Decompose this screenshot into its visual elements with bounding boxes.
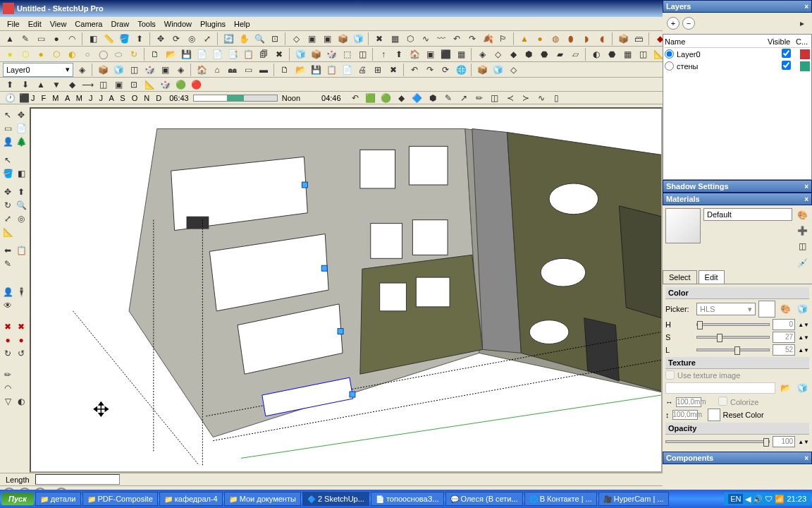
x1-icon[interactable]: ↶ [407,63,422,77]
tray-icon[interactable]: ◀ [745,495,751,504]
lt14-icon[interactable]: 🔍 [15,199,27,212]
scale-tool-icon[interactable]: ⤢ [200,32,214,46]
t4-7-icon[interactable]: ◫ [96,78,110,92]
curve2-icon[interactable]: 〰 [434,32,448,46]
doc4-icon[interactable]: 📋 [241,47,255,61]
box-icon[interactable]: 📦 [616,32,630,46]
picker1-icon[interactable]: 🎨 [778,302,792,316]
lt4-icon[interactable]: 📄 [15,122,27,135]
shadow-panel-title[interactable]: Shadow Settings× [663,180,812,193]
x3-icon[interactable]: ⟳ [438,63,453,77]
cube1-icon[interactable]: 🧊 [293,47,307,61]
lt20-icon[interactable]: 📋 [15,244,27,257]
layer-menu-icon[interactable]: ▸ [795,16,809,30]
component-icon[interactable]: 📦 [336,32,350,46]
arc-tool-icon[interactable]: ◠ [65,32,79,46]
menu-help[interactable]: Help [230,18,254,30]
file8-icon[interactable]: ✖ [386,63,400,77]
lt26-icon[interactable] [15,299,27,312]
lt30-icon[interactable]: ● [15,334,27,346]
t4-13-icon[interactable]: 🔴 [189,78,203,92]
cube5-icon[interactable]: ◫ [355,47,369,61]
shape4-icon[interactable]: ⬡ [49,47,63,61]
rotate-tool-icon[interactable]: ⟳ [169,32,183,46]
save-icon[interactable]: 💾 [179,47,193,61]
paint-tool-icon[interactable]: 🪣 [117,32,131,46]
t4-2-icon[interactable]: ⬇ [18,78,32,92]
render3-icon[interactable]: ▦ [620,47,634,61]
lt16-icon[interactable]: ◎ [15,212,27,225]
dome2-icon[interactable]: ◖ [595,32,609,46]
t4-9-icon[interactable]: ⊡ [127,78,141,92]
lt24-icon[interactable]: 🕴 [15,286,27,298]
t5-2-icon[interactable]: 🟩 [364,91,378,105]
lt32-icon[interactable]: ↺ [15,347,27,360]
t5-9-icon[interactable]: ✏ [472,91,486,105]
s-value[interactable]: 27 [773,332,795,343]
layer-mgr-icon[interactable]: ◈ [75,63,89,77]
t4-11-icon[interactable]: 🎲 [158,78,172,92]
house1-icon[interactable]: 🏠 [195,63,209,77]
t4-1-icon[interactable]: ⬆ [3,78,17,92]
reset-swatch[interactable] [708,409,720,421]
rect-tool-icon[interactable]: ▭ [34,32,48,46]
shape2-icon[interactable]: ⬡ [18,47,32,61]
undo-arc-icon[interactable]: ↶ [450,32,464,46]
mat-b3-icon[interactable]: ◫ [795,239,809,253]
tray-lang[interactable]: EN [728,494,743,504]
lt34-icon[interactable] [15,368,27,381]
cone-icon[interactable]: ▲ [517,32,531,46]
menu-tools[interactable]: Tools [133,18,160,30]
lt3-icon[interactable]: ▭ [1,122,14,135]
doc1-icon[interactable]: 📄 [195,47,209,61]
t5-8-icon[interactable]: ↗ [457,91,471,105]
tab-select[interactable]: Select [663,270,697,284]
menu-view[interactable]: View [46,18,71,30]
menu-draw[interactable]: Draw [106,18,133,30]
opacity-value[interactable]: 100 [773,436,795,447]
t5-7-icon[interactable]: ✎ [441,91,455,105]
delete-icon[interactable]: ✖ [372,32,386,46]
file5-icon[interactable]: 📄 [340,63,354,77]
lt25-icon[interactable]: 👁 [1,299,14,312]
start-button[interactable]: Пуск [1,492,34,505]
orbit-tool-icon[interactable]: 🔄 [221,32,235,46]
lt23-icon[interactable]: 👤 [1,286,14,298]
doc5-icon[interactable]: 🗐 [257,47,271,61]
mat-b2-icon[interactable]: ➕ [795,224,809,238]
torus-icon[interactable]: ◍ [548,32,562,46]
lt29-icon[interactable]: ● [1,334,14,346]
t5-5-icon[interactable]: 🔷 [410,91,424,105]
view2-icon[interactable]: ◇ [491,47,505,61]
file2-icon[interactable]: 📂 [293,63,307,77]
file4-icon[interactable]: 📋 [324,63,338,77]
nav2-icon[interactable]: ⬆ [392,47,406,61]
shape3-icon[interactable]: ● [34,47,48,61]
lt5-icon[interactable]: 👤 [1,135,14,148]
layer-visible-check[interactable] [782,49,791,58]
render2-icon[interactable]: ⬣ [605,47,619,61]
file7-icon[interactable]: ⊞ [371,63,385,77]
lt37-icon[interactable]: ▽ [1,395,14,408]
colorize-check[interactable] [718,397,727,406]
eraser-tool-icon[interactable]: ◧ [86,32,100,46]
taskbar-item[interactable]: 📁Мои документы [224,492,301,506]
home-icon[interactable]: 🏠 [407,47,422,61]
flag-icon[interactable]: 🏳 [496,32,510,46]
house3-icon[interactable]: 🏘 [226,63,240,77]
view1-icon[interactable]: ◈ [475,47,489,61]
lt38-icon[interactable]: ◐ [15,395,27,408]
cube2-icon[interactable]: 📦 [309,47,323,61]
t5-3-icon[interactable]: 🟢 [379,91,393,105]
lt31-icon[interactable]: ↻ [1,347,14,360]
file1-icon[interactable]: 🗋 [278,63,292,77]
lt11-icon[interactable]: ✥ [1,186,14,198]
offset-tool-icon[interactable]: ◎ [185,32,199,46]
layer-radio[interactable] [665,49,674,59]
viewport[interactable] [30,107,663,473]
zoom-tool-icon[interactable]: 🔍 [252,32,266,46]
select-tool-icon[interactable]: ▲ [3,32,17,46]
web-icon[interactable]: 🌐 [454,63,468,77]
comp6-icon[interactable]: ◈ [173,63,187,77]
move-tool-icon[interactable]: ✥ [154,32,168,46]
